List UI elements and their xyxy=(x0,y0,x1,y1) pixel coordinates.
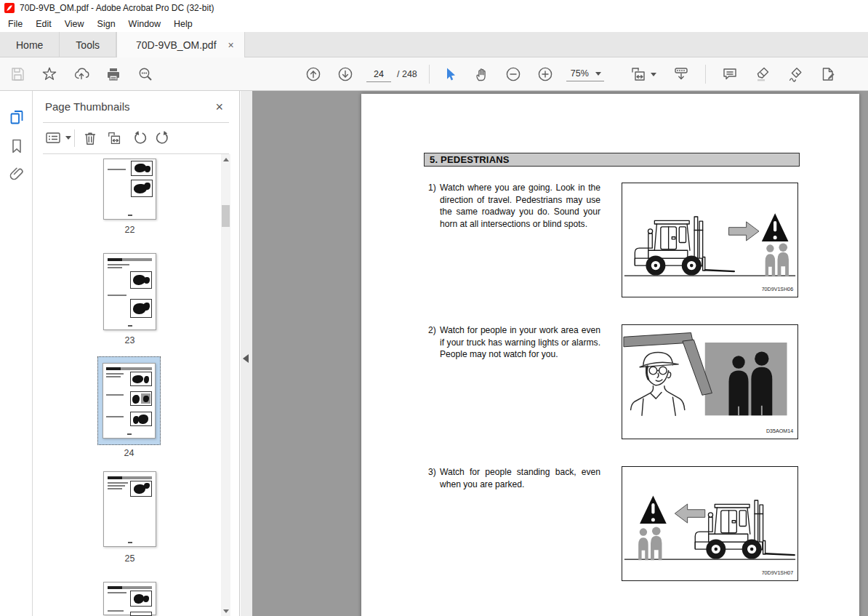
zoom-level-combo[interactable]: 75% xyxy=(566,67,604,81)
workspace: Page Thumbnails × xyxy=(0,91,868,616)
thumbnail-label-23: 23 xyxy=(103,335,156,345)
item-text: Watch where you are going. Look in the d… xyxy=(440,182,600,230)
thumb-figure xyxy=(130,412,152,426)
warning-triangle-icon xyxy=(762,213,789,241)
page-thumbnails-icon[interactable] xyxy=(8,108,25,126)
chevron-down-icon xyxy=(595,72,601,76)
collapse-panel-icon[interactable] xyxy=(243,354,249,363)
instruction-item-3: 3) Watch for people standing back, even … xyxy=(428,466,600,490)
section-heading: 5. PEDESTRIANS xyxy=(424,153,800,167)
tab-bar: Home Tools 70D-9VB_OM.pdf × xyxy=(0,32,868,57)
zoom-in-icon[interactable] xyxy=(537,66,553,82)
tab-home[interactable]: Home xyxy=(0,32,60,57)
thumb-figure xyxy=(131,161,153,176)
panel-toolbar xyxy=(33,122,239,153)
thumb-figure xyxy=(130,271,152,289)
figure-1-illustration: 70D9V1SH06 xyxy=(622,183,797,297)
panel-header: Page Thumbnails × xyxy=(33,91,239,122)
tab-tools[interactable]: Tools xyxy=(60,32,116,57)
scrollbar-thumb[interactable] xyxy=(222,205,230,227)
attachments-icon[interactable] xyxy=(8,165,25,183)
panel-scrollbar[interactable] xyxy=(221,154,230,616)
thumb-figure xyxy=(130,481,152,497)
item-text: Watch for people in your work area even … xyxy=(440,324,600,361)
menu-file[interactable]: File xyxy=(1,17,29,31)
trash-icon[interactable] xyxy=(82,130,98,146)
forklift-graphic xyxy=(635,217,734,276)
item-text: Watch for people standing back, even whe… xyxy=(440,466,600,490)
scroll-mode-icon[interactable] xyxy=(673,66,689,82)
direction-arrow-graphic xyxy=(729,222,759,241)
save-icon[interactable] xyxy=(9,66,25,82)
zoom-out-icon[interactable] xyxy=(505,66,521,82)
figure-2: D35AOM14 xyxy=(622,324,798,439)
menu-help[interactable]: Help xyxy=(167,17,199,31)
page-fit-icon[interactable] xyxy=(630,66,648,82)
warning-triangle-icon xyxy=(640,495,667,524)
figure-code: 70D9V1SH06 xyxy=(762,287,794,292)
toolbar-divider xyxy=(705,65,706,84)
thumb-figure xyxy=(130,372,152,386)
thumb-figure xyxy=(130,299,152,318)
highlight-icon[interactable] xyxy=(755,66,771,82)
tab-close-icon[interactable]: × xyxy=(228,40,234,50)
figure-code: D35AOM14 xyxy=(766,428,793,434)
thumbnail-options-icon[interactable] xyxy=(45,130,61,146)
comment-icon[interactable] xyxy=(722,66,738,82)
fill-sign-icon[interactable] xyxy=(820,66,836,82)
thumbnail-label-24: 24 xyxy=(97,448,161,458)
menu-window[interactable]: Window xyxy=(122,17,167,31)
rotate-cw-icon[interactable] xyxy=(155,130,171,146)
menu-bar: File Edit View Sign Window Help xyxy=(0,16,868,32)
figure-1: 70D9V1SH06 xyxy=(622,183,798,297)
document-area[interactable]: 5. PEDESTRIANS 1) Watch where you are go… xyxy=(252,91,868,616)
instruction-item-1: 1) Watch where you are going. Look in th… xyxy=(428,182,600,230)
scroll-up-icon[interactable] xyxy=(221,154,230,164)
menu-sign[interactable]: Sign xyxy=(91,17,122,31)
page-count-label: / 248 xyxy=(397,69,417,79)
scroll-down-icon[interactable] xyxy=(221,606,230,616)
divider xyxy=(43,153,229,154)
rotate-ccw-icon[interactable] xyxy=(132,130,148,146)
share-cloud-icon[interactable] xyxy=(73,66,89,82)
figure-code: 70D9V1SH07 xyxy=(762,570,794,576)
star-icon[interactable] xyxy=(41,66,57,82)
resize-pages-icon[interactable] xyxy=(107,130,123,146)
sign-pen-icon[interactable] xyxy=(787,66,803,82)
chevron-down-icon[interactable] xyxy=(651,73,656,76)
thumbnail-label-22: 22 xyxy=(103,225,156,235)
zoom-level-value: 75% xyxy=(571,68,589,79)
panel-toolbar-divider xyxy=(74,129,75,147)
hand-tool-icon[interactable] xyxy=(473,66,489,82)
menu-edit[interactable]: Edit xyxy=(29,17,58,31)
next-page-icon[interactable] xyxy=(337,66,353,82)
search-icon[interactable] xyxy=(137,66,153,82)
print-icon[interactable] xyxy=(105,66,121,82)
page-number-input[interactable] xyxy=(366,67,391,82)
chevron-down-icon[interactable] xyxy=(65,136,71,140)
previous-page-icon[interactable] xyxy=(305,66,321,82)
item-number: 3) xyxy=(428,466,440,490)
main-toolbar: / 248 75% xyxy=(0,57,868,91)
panel-title: Page Thumbnails xyxy=(45,100,129,113)
thumbnail-selection xyxy=(97,356,161,445)
thumbnail-page-22[interactable] xyxy=(103,159,156,220)
thumbnail-page-26[interactable] xyxy=(103,582,156,615)
thumbnail-page-25[interactable] xyxy=(103,471,156,547)
panel-close-icon[interactable]: × xyxy=(215,100,223,113)
toolbar-divider xyxy=(429,65,430,84)
pedestrians-graphic xyxy=(638,527,662,560)
select-tool-icon[interactable] xyxy=(441,66,457,82)
thumbnail-page-24[interactable] xyxy=(103,363,156,439)
figure-3-illustration: 70D9V1SH07 xyxy=(622,467,797,580)
page-thumbnails-panel: Page Thumbnails × xyxy=(33,91,240,616)
tab-document[interactable]: 70D-9VB_OM.pdf × xyxy=(116,32,245,58)
bookmarks-icon[interactable] xyxy=(8,137,25,155)
menu-view[interactable]: View xyxy=(58,17,91,31)
thumb-figure xyxy=(131,180,153,197)
window-title: 70D-9VB_OM.pdf - Adobe Acrobat Pro DC (3… xyxy=(20,3,214,13)
thumbnail-label-25: 25 xyxy=(103,553,156,564)
thumb-figure xyxy=(130,612,152,616)
thumbnail-page-23[interactable] xyxy=(103,253,156,330)
instruction-item-2: 2) Watch for people in your work area ev… xyxy=(428,324,600,361)
